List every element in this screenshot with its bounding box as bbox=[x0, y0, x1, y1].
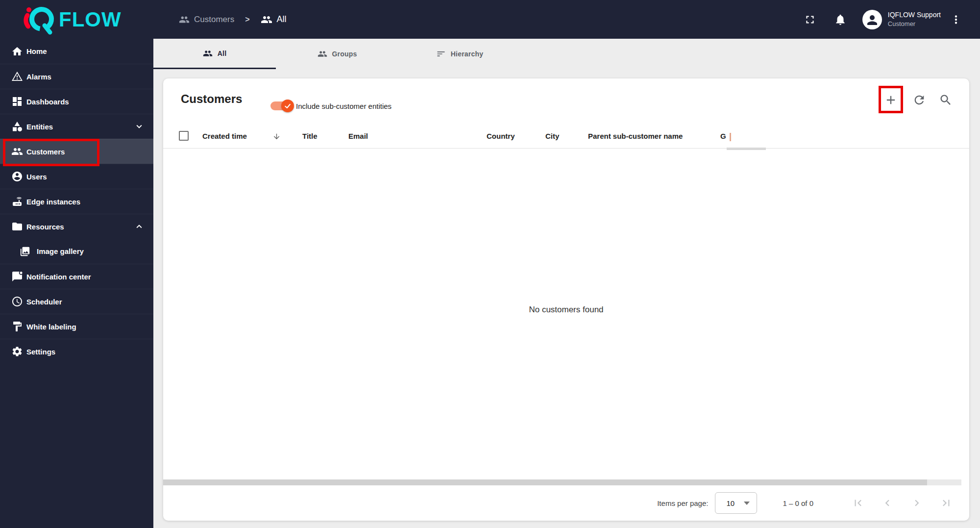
breadcrumb-label: Customers bbox=[194, 15, 234, 25]
clock-icon bbox=[11, 296, 23, 307]
toggle-label: Include sub-customer entities bbox=[296, 102, 392, 110]
truncated-column-caret bbox=[730, 133, 731, 141]
sidebar-item-label: Scheduler bbox=[26, 298, 62, 306]
sidebar-item-entities[interactable]: Entities bbox=[0, 114, 153, 139]
user-info: IQFLOW Support Customer bbox=[888, 10, 941, 28]
sidebar-item-home[interactable]: Home bbox=[0, 39, 153, 64]
user-name: IQFLOW Support bbox=[888, 10, 941, 20]
sidebar-item-label: Home bbox=[26, 47, 47, 55]
sidebar-item-dashboards[interactable]: Dashboards bbox=[0, 89, 153, 114]
table-header-row: Created time Title Email Country City Pa… bbox=[163, 125, 969, 149]
horizontal-scrollbar-thumb[interactable] bbox=[163, 479, 927, 485]
user-avatar[interactable] bbox=[862, 10, 882, 29]
sidebar-item-customers[interactable]: Customers bbox=[0, 139, 153, 164]
select-all-checkbox[interactable] bbox=[179, 131, 189, 141]
column-header-city[interactable]: City bbox=[545, 132, 559, 140]
refresh-button[interactable] bbox=[912, 93, 926, 107]
items-per-page-value: 10 bbox=[726, 499, 744, 507]
sidebar-item-edge-instances[interactable]: Edge instances bbox=[0, 189, 153, 214]
logo-wordmark: FLOW bbox=[59, 8, 122, 31]
paginator: Items per page: 10 1 – 0 of 0 bbox=[163, 485, 969, 521]
sidebar-item-label: Entities bbox=[26, 123, 53, 131]
sidebar-item-label: Image gallery bbox=[37, 247, 84, 255]
customers-group-icon bbox=[11, 146, 23, 157]
top-bar-actions: IQFLOW Support Customer bbox=[804, 10, 980, 29]
gear-icon bbox=[11, 346, 23, 357]
sidebar-item-notification-center[interactable]: Notification center bbox=[0, 264, 153, 289]
paint-roller-icon bbox=[11, 321, 23, 332]
sidebar-item-label: White labeling bbox=[26, 323, 76, 331]
sidebar-item-scheduler[interactable]: Scheduler bbox=[0, 289, 153, 314]
sidebar-item-label: Settings bbox=[26, 348, 55, 356]
include-sub-customers-toggle[interactable] bbox=[270, 101, 292, 110]
empty-state-message: No customers found bbox=[163, 305, 969, 315]
tab-all[interactable]: All bbox=[153, 39, 276, 69]
tab-label: All bbox=[218, 50, 227, 57]
group-icon bbox=[203, 49, 213, 58]
dashboards-icon bbox=[11, 96, 23, 107]
column-header-groups-truncated[interactable]: G bbox=[720, 132, 726, 140]
sidebar-item-alarms[interactable]: Alarms bbox=[0, 64, 153, 89]
sidebar: Home Alarms Dashboards Entities Customer… bbox=[0, 39, 153, 528]
sidebar-item-image-gallery[interactable]: Image gallery bbox=[0, 239, 153, 264]
more-menu-icon[interactable] bbox=[950, 13, 962, 26]
toggle-thumb bbox=[281, 100, 294, 112]
page-title: Customers bbox=[181, 92, 242, 106]
previous-page-button[interactable] bbox=[881, 497, 894, 509]
tab-label: Hierarchy bbox=[451, 50, 483, 58]
tab-label: Groups bbox=[332, 50, 357, 58]
group-icon bbox=[318, 49, 327, 59]
app-root: FLOW Customers > All bbox=[0, 0, 980, 528]
column-header-title[interactable]: Title bbox=[302, 132, 318, 140]
breadcrumb-label: All bbox=[277, 14, 287, 25]
column-header-country[interactable]: Country bbox=[487, 132, 515, 140]
sidebar-item-resources[interactable]: Resources bbox=[0, 214, 153, 239]
sidebar-item-users[interactable]: Users bbox=[0, 164, 153, 189]
notification-center-icon bbox=[11, 271, 23, 282]
sidebar-item-label: Edge instances bbox=[26, 198, 80, 206]
sort-descending-icon[interactable] bbox=[272, 132, 281, 141]
breadcrumb-item-customers[interactable]: Customers bbox=[179, 14, 234, 25]
column-header-parent-sub-customer[interactable]: Parent sub-customer name bbox=[588, 132, 683, 140]
breadcrumb-item-all[interactable]: All bbox=[261, 14, 287, 25]
items-per-page-label: Items per page: bbox=[657, 499, 708, 507]
tab-hierarchy[interactable]: Hierarchy bbox=[398, 39, 521, 69]
alarm-warning-icon bbox=[11, 71, 23, 82]
sidebar-item-label: Users bbox=[26, 173, 47, 181]
dropdown-arrow-icon bbox=[744, 502, 750, 505]
column-header-email[interactable]: Email bbox=[348, 132, 368, 140]
customers-table-card: Customers Include sub-customer entities … bbox=[163, 78, 969, 521]
users-account-icon bbox=[11, 171, 23, 182]
sidebar-item-label: Notification center bbox=[26, 273, 91, 281]
last-page-button[interactable] bbox=[940, 497, 953, 509]
sidebar-item-settings[interactable]: Settings bbox=[0, 339, 153, 364]
app-logo[interactable]: FLOW bbox=[0, 4, 153, 35]
user-role: Customer bbox=[888, 20, 941, 28]
iqflow-logo-icon bbox=[22, 4, 58, 35]
top-bar: FLOW Customers > All bbox=[0, 0, 980, 39]
horizontal-scrollbar-track[interactable] bbox=[163, 479, 961, 485]
breadcrumb: Customers > All bbox=[179, 14, 287, 25]
sidebar-item-label: Dashboards bbox=[26, 98, 69, 106]
folder-icon bbox=[11, 221, 23, 232]
router-icon bbox=[11, 196, 23, 207]
add-customer-button[interactable] bbox=[884, 93, 898, 107]
sidebar-item-label: Alarms bbox=[26, 73, 51, 81]
image-gallery-icon bbox=[19, 246, 31, 257]
chevron-up-icon bbox=[134, 221, 145, 232]
search-icon[interactable] bbox=[939, 93, 953, 107]
first-page-button[interactable] bbox=[852, 497, 864, 509]
column-resize-indicator bbox=[727, 148, 766, 150]
chevron-down-icon bbox=[134, 121, 145, 132]
home-icon bbox=[11, 46, 23, 57]
notifications-bell-icon[interactable] bbox=[834, 13, 847, 26]
column-header-created-time[interactable]: Created time bbox=[202, 132, 247, 140]
sidebar-item-white-labeling[interactable]: White labeling bbox=[0, 314, 153, 339]
entities-category-icon bbox=[11, 121, 23, 132]
breadcrumb-separator: > bbox=[245, 15, 249, 24]
fullscreen-icon[interactable] bbox=[804, 13, 816, 26]
items-per-page-select[interactable]: 10 bbox=[715, 492, 757, 514]
tab-groups[interactable]: Groups bbox=[276, 39, 398, 69]
all-group-icon bbox=[261, 14, 272, 25]
next-page-button[interactable] bbox=[910, 497, 923, 509]
